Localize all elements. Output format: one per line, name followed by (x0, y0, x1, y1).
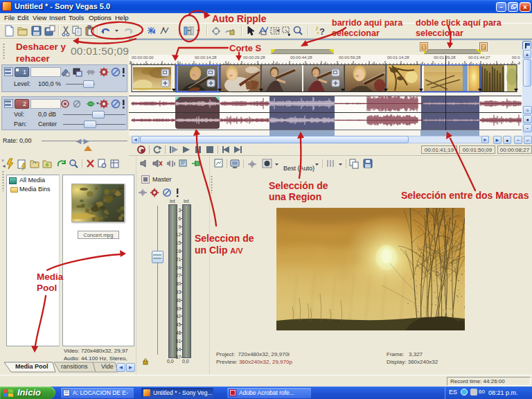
svg-text:TVE: TVE (444, 309, 455, 315)
svg-text:?: ? (319, 26, 325, 37)
